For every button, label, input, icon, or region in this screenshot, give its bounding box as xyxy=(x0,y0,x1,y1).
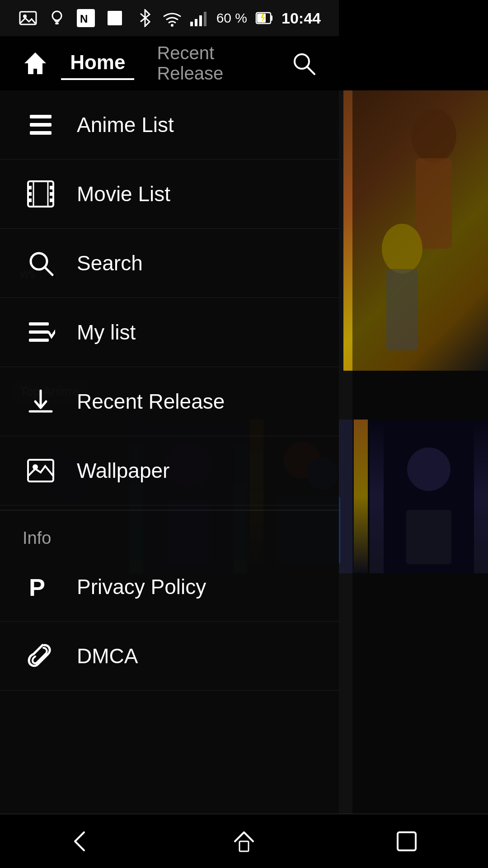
tab-recent-release[interactable]: Recent Release xyxy=(148,38,286,88)
svg-line-38 xyxy=(52,119,55,123)
privacy-icon: P xyxy=(23,569,59,605)
svg-rect-29 xyxy=(204,12,206,26)
svg-point-25 xyxy=(171,24,174,27)
download-icon xyxy=(23,383,59,420)
time-display: 10:44 xyxy=(282,9,321,27)
square-icon xyxy=(105,8,125,28)
movie-list-label: Movie List xyxy=(77,182,170,206)
signal-icon xyxy=(189,8,209,28)
svg-rect-41 xyxy=(28,186,32,189)
home-icon-btn[interactable] xyxy=(18,45,52,81)
svg-rect-44 xyxy=(50,186,53,189)
svg-point-19 xyxy=(23,14,27,18)
recents-button[interactable] xyxy=(380,823,434,859)
status-bar: N xyxy=(0,0,339,36)
svg-rect-42 xyxy=(28,192,32,196)
svg-rect-27 xyxy=(195,19,197,26)
menu-item-my-list[interactable]: My list xyxy=(0,298,339,367)
svg-rect-46 xyxy=(50,198,53,202)
status-icons-left: N xyxy=(18,8,125,28)
search-button[interactable] xyxy=(287,45,321,81)
svg-point-20 xyxy=(52,11,61,20)
search-label: Search xyxy=(77,251,143,275)
picture-icon xyxy=(18,8,38,28)
home-button[interactable] xyxy=(217,823,271,859)
svg-rect-35 xyxy=(30,115,52,118)
wallpaper-label: Wallpaper xyxy=(77,458,169,483)
drawer-overlay: N xyxy=(0,0,488,868)
back-button[interactable] xyxy=(54,823,108,859)
drawer-panel: N xyxy=(0,0,339,868)
drawer-backdrop[interactable] xyxy=(352,0,488,868)
svg-rect-36 xyxy=(30,123,52,127)
my-list-label: My list xyxy=(77,320,136,344)
svg-rect-52 xyxy=(29,330,49,334)
divider xyxy=(0,510,339,510)
attach-icon xyxy=(23,638,59,674)
svg-rect-59 xyxy=(398,832,416,850)
svg-rect-21 xyxy=(55,23,59,24)
svg-rect-45 xyxy=(50,192,53,196)
menu-item-search[interactable]: Search xyxy=(0,229,339,298)
search-icon xyxy=(23,245,59,281)
recent-release-label: Recent Release xyxy=(77,389,225,414)
menu-item-recent-release[interactable]: Recent Release xyxy=(0,367,339,436)
svg-rect-40 xyxy=(28,181,53,207)
menu-item-movie-list[interactable]: Movie List xyxy=(0,160,339,229)
svg-text:P: P xyxy=(29,574,45,601)
svg-rect-24 xyxy=(108,11,122,25)
svg-line-34 xyxy=(307,66,314,74)
mylist-icon xyxy=(23,314,59,350)
menu-item-wallpaper[interactable]: Wallpaper xyxy=(0,436,339,505)
menu-item-privacy-policy[interactable]: P Privacy Policy xyxy=(0,552,339,622)
wifi-icon xyxy=(162,8,182,28)
svg-line-50 xyxy=(45,267,52,275)
status-icons-right: 60 % 10:44 xyxy=(135,8,321,28)
svg-rect-37 xyxy=(30,131,52,135)
svg-rect-58 xyxy=(239,841,249,851)
list-icon xyxy=(23,107,59,143)
app-bar: Home Recent Release xyxy=(0,36,339,90)
svg-rect-53 xyxy=(29,339,49,342)
info-section-label: Info xyxy=(0,515,339,552)
svg-rect-43 xyxy=(28,198,32,202)
film-icon xyxy=(23,176,59,212)
svg-rect-28 xyxy=(199,15,202,26)
n-icon: N xyxy=(76,8,96,28)
bulb-icon xyxy=(47,8,67,28)
battery-icon xyxy=(254,8,274,28)
anime-list-label: Anime List xyxy=(77,113,174,137)
svg-rect-51 xyxy=(29,322,49,326)
svg-rect-39 xyxy=(28,181,53,207)
bottom-nav xyxy=(0,814,488,868)
svg-text:N: N xyxy=(80,13,88,25)
svg-rect-26 xyxy=(190,22,193,26)
battery-percent: 60 % xyxy=(216,10,247,26)
menu-item-dmca[interactable]: DMCA xyxy=(0,622,339,691)
svg-rect-31 xyxy=(271,15,272,21)
tab-home[interactable]: Home xyxy=(61,47,134,80)
dmca-label: DMCA xyxy=(77,644,138,668)
menu-item-anime-list[interactable]: Anime List xyxy=(0,90,339,160)
bluetooth-icon xyxy=(135,8,155,28)
privacy-policy-label: Privacy Policy xyxy=(77,575,206,599)
wallpaper-icon xyxy=(23,453,59,489)
